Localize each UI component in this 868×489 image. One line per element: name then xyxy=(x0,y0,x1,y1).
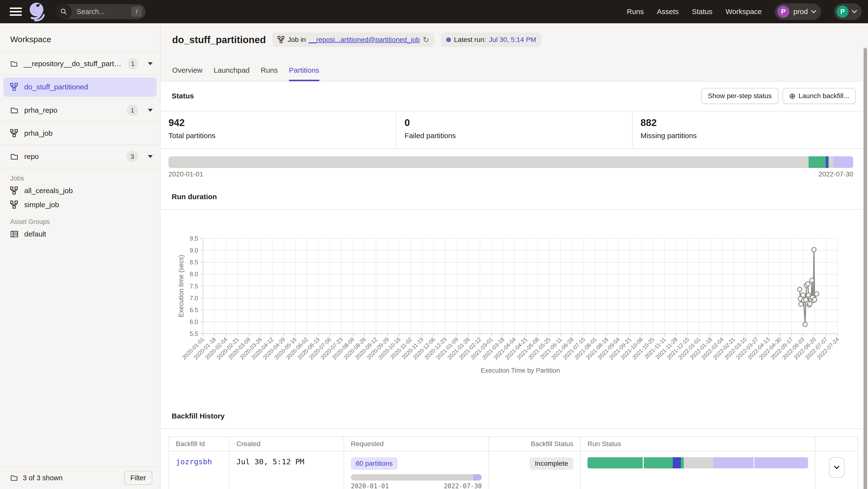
latest-run-link[interactable]: Jul 30, 5:14 PM xyxy=(489,36,536,44)
asset-group-label: default xyxy=(24,230,46,238)
svg-text:5.5: 5.5 xyxy=(190,330,198,337)
tab-launchpad[interactable]: Launchpad xyxy=(214,66,249,81)
search-input[interactable]: Search... / xyxy=(56,4,146,19)
svg-text:8.5: 8.5 xyxy=(190,259,198,266)
sidebar-item-label: repo xyxy=(24,153,39,161)
chevron-down-icon xyxy=(852,8,857,13)
svg-text:7.5: 7.5 xyxy=(190,283,198,290)
status-section-heading: Status xyxy=(172,92,194,100)
col-created: Created xyxy=(229,437,344,451)
plus-circle-icon: ⊕ xyxy=(789,92,796,100)
tab-overview[interactable]: Overview xyxy=(172,66,203,81)
vertical-scrollbar[interactable] xyxy=(863,46,868,489)
requested-range-end: 2022-07-30 xyxy=(444,483,482,489)
run-duration-chart[interactable]: 9.59.08.58.07.57.06.56.05.52020-01-01202… xyxy=(175,209,863,401)
run-status-bar[interactable] xyxy=(587,457,808,468)
folder-icon xyxy=(10,474,18,482)
run-status-dot xyxy=(446,37,451,42)
tab-partitions[interactable]: Partitions xyxy=(289,66,319,81)
asset-group-icon xyxy=(10,230,19,238)
sidebar-item-repo[interactable]: repo 3 xyxy=(0,145,160,168)
backfill-history-heading: Backfill History xyxy=(160,412,868,420)
tab-runs[interactable]: Runs xyxy=(261,66,278,81)
jobs-section-label: Jobs xyxy=(10,175,160,182)
sidebar-item-repository-do-stuff[interactable]: __repository__do_stuff_partitio... 1 xyxy=(0,52,160,75)
requested-cell: 60 partitions 2020-01-01 2022-07-30 xyxy=(344,451,489,489)
nav-link-runs[interactable]: Runs xyxy=(627,7,644,16)
latest-run-label: Latest run: xyxy=(454,36,486,44)
job-icon xyxy=(10,201,19,209)
svg-text:9.5: 9.5 xyxy=(190,235,198,242)
requested-progress-bar xyxy=(351,474,482,481)
stat-total-partitions: 942 Total partitions xyxy=(160,111,396,148)
latest-run-tag: Latest run: Jul 30, 5:14 PM xyxy=(441,32,541,47)
caret-down-icon[interactable] xyxy=(148,109,153,112)
deployment-avatar: P xyxy=(777,6,789,18)
svg-text:6.5: 6.5 xyxy=(190,306,198,313)
svg-text:8.0: 8.0 xyxy=(190,271,198,278)
repos-shown-count: 3 of 3 shown xyxy=(23,474,63,482)
job-icon xyxy=(10,83,19,91)
page-title: do_stuff_partitioned xyxy=(172,34,266,45)
requested-partitions-badge[interactable]: 60 partitions xyxy=(351,457,398,470)
repo-count-badge: 3 xyxy=(127,151,138,162)
job-origin-tag: Job in __reposi...artitioned@partitioned… xyxy=(272,32,435,47)
sidebar-item-prha-job[interactable]: prha_job xyxy=(0,122,160,145)
nav-link-workspace[interactable]: Workspace xyxy=(725,7,762,16)
filter-button[interactable]: Filter xyxy=(124,471,152,485)
caret-down-icon[interactable] xyxy=(148,155,153,158)
col-run-status: Run Status xyxy=(580,437,815,451)
sidebar-item-label: prha_repo xyxy=(24,106,58,115)
job-icon xyxy=(10,187,19,195)
hamburger-menu-icon[interactable] xyxy=(10,7,22,16)
dagster-logo[interactable] xyxy=(27,1,48,22)
backfill-history-table: Backfill Id Created Requested Backfill S… xyxy=(168,436,858,489)
caret-down-icon[interactable] xyxy=(148,62,153,65)
col-backfill-id: Backfill Id xyxy=(169,437,229,451)
asset-groups-section-label: Asset Groups xyxy=(10,218,160,226)
backfill-id-link[interactable]: jozrgsbh xyxy=(176,457,212,466)
table-header-row: Backfill Id Created Requested Backfill S… xyxy=(169,437,858,451)
repo-count-badge: 1 xyxy=(127,58,138,70)
chevron-down-icon xyxy=(811,8,816,13)
show-per-step-status-button[interactable]: Show per-step status xyxy=(701,88,778,104)
sidebar-title: Workspace xyxy=(0,23,160,52)
deployment-switcher[interactable]: P prod xyxy=(775,3,821,20)
backfill-created: Jul 30, 5:12 PM xyxy=(237,457,304,466)
folder-icon xyxy=(10,106,19,115)
reload-icon[interactable]: ↻ xyxy=(423,35,429,44)
nav-link-status[interactable]: Status xyxy=(692,7,712,16)
partition-stats: 942 Total partitions 0 Failed partitions… xyxy=(160,111,868,149)
backfill-status-badge: Incomplete xyxy=(530,457,574,470)
folder-icon xyxy=(10,60,18,68)
table-row: jozrgsbh Jul 30, 5:12 PM 60 partitions 2… xyxy=(169,451,858,489)
sidebar-item-prha-repo[interactable]: prha_repo 1 xyxy=(0,99,160,122)
sidebar-item-default-asset-group[interactable]: default xyxy=(0,227,160,241)
user-avatar: P xyxy=(836,6,848,18)
user-menu[interactable]: P xyxy=(834,3,862,20)
run-duration-heading: Run duration xyxy=(160,193,868,201)
sidebar-item-all-cereals-job[interactable]: all_cereals_job xyxy=(0,184,160,198)
svg-text:9.0: 9.0 xyxy=(190,247,198,254)
stat-missing-partitions: 882 Missing partitions xyxy=(632,111,868,148)
main-content: do_stuff_partitioned Job in __reposi...a… xyxy=(160,23,868,489)
partition-status-bar[interactable] xyxy=(168,156,853,168)
job-label: all_cereals_job xyxy=(24,187,73,195)
tab-bar: Overview Launchpad Runs Partitions xyxy=(172,66,319,81)
workspace-sidebar: Workspace __repository__do_stuff_partiti… xyxy=(0,23,160,489)
scrollbar-thumb[interactable] xyxy=(864,48,867,489)
col-requested: Requested xyxy=(344,437,489,451)
search-placeholder: Search... xyxy=(76,8,131,16)
nav-link-assets[interactable]: Assets xyxy=(657,7,679,16)
job-icon xyxy=(278,36,285,43)
sidebar-item-simple-job[interactable]: simple_job xyxy=(0,198,160,212)
search-shortcut-key: / xyxy=(131,6,142,17)
launch-backfill-button[interactable]: ⊕ Launch backfill... xyxy=(782,88,856,104)
sidebar-item-do-stuff-partitioned-selected[interactable]: do_stuff_partitioned xyxy=(3,77,157,97)
svg-text:6.0: 6.0 xyxy=(190,318,198,325)
sidebar-item-label: prha_job xyxy=(24,129,53,137)
job-tag-link[interactable]: __reposi...artitioned@partitioned_job xyxy=(309,36,420,44)
top-nav: Search... / Runs Assets Status Workspace… xyxy=(0,0,868,23)
stat-failed-partitions: 0 Failed partitions xyxy=(396,111,632,148)
expand-row-button[interactable] xyxy=(829,457,844,478)
